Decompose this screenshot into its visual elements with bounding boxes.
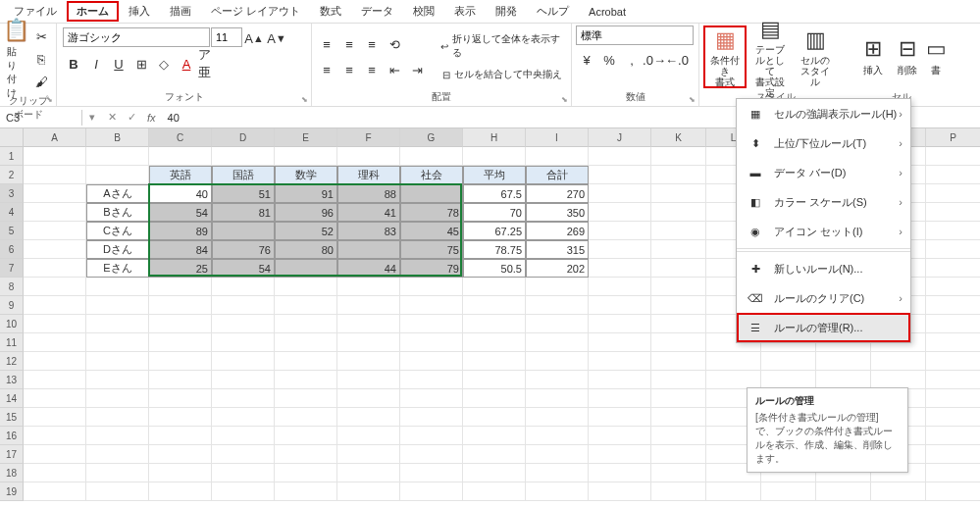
cell-H19[interactable] xyxy=(463,482,526,501)
cell-P6[interactable] xyxy=(926,240,980,259)
cell-N19[interactable] xyxy=(816,482,871,501)
cell-K17[interactable] xyxy=(651,445,706,464)
menu-データ[interactable]: データ xyxy=(351,1,403,22)
dd-item-iconset[interactable]: ◉アイコン セット(I)› xyxy=(737,217,910,246)
cell-P14[interactable] xyxy=(926,389,980,408)
bold-button[interactable]: B xyxy=(63,53,84,75)
cell-K12[interactable] xyxy=(651,352,706,371)
cell-J16[interactable] xyxy=(589,427,651,445)
cell-E9[interactable] xyxy=(275,296,337,315)
colhead-D[interactable]: D xyxy=(212,128,275,147)
cell-K9[interactable] xyxy=(651,296,706,315)
cell-E4[interactable]: 96 xyxy=(275,203,337,222)
grow-font-button[interactable]: A▲ xyxy=(243,27,265,49)
cell-B13[interactable] xyxy=(86,371,149,389)
cell-H5[interactable]: 67.25 xyxy=(463,222,526,240)
merge-center-button[interactable]: ⊟ セルを結合して中央揃え xyxy=(438,66,567,83)
cell-H6[interactable]: 78.75 xyxy=(463,240,526,259)
rowhead-3[interactable]: 3 xyxy=(0,184,24,203)
cell-E6[interactable]: 80 xyxy=(275,240,337,259)
cell-B15[interactable] xyxy=(86,408,149,427)
cell-F10[interactable] xyxy=(337,315,400,333)
rowhead-10[interactable]: 10 xyxy=(0,315,24,333)
cell-H1[interactable] xyxy=(463,147,526,166)
cell-I13[interactable] xyxy=(526,371,589,389)
cell-J8[interactable] xyxy=(589,278,651,296)
cell-D10[interactable] xyxy=(212,315,275,333)
cell-F15[interactable] xyxy=(337,408,400,427)
cell-C3[interactable]: 40 xyxy=(149,184,212,203)
conditional-formatting-button[interactable]: ▦ 条件付き 書式 xyxy=(703,25,747,88)
cell-B3[interactable]: Aさん xyxy=(86,184,149,203)
cell-styles-button[interactable]: ▥ セルの スタイル xyxy=(794,25,837,88)
cell-C12[interactable] xyxy=(149,352,212,371)
cell-F14[interactable] xyxy=(337,389,400,408)
cell-P16[interactable] xyxy=(926,427,980,445)
cell-G7[interactable]: 79 xyxy=(400,259,463,278)
cell-F8[interactable] xyxy=(337,278,400,296)
cell-P12[interactable] xyxy=(926,352,980,371)
cell-F17[interactable] xyxy=(337,445,400,464)
cell-K11[interactable] xyxy=(651,333,706,352)
cell-O19[interactable] xyxy=(871,482,926,501)
cell-A16[interactable] xyxy=(24,427,86,445)
cell-A4[interactable] xyxy=(24,203,86,222)
cell-E10[interactable] xyxy=(275,315,337,333)
cell-H13[interactable] xyxy=(463,371,526,389)
rowhead-6[interactable]: 6 xyxy=(0,240,24,259)
cell-D18[interactable] xyxy=(212,464,275,482)
cell-I12[interactable] xyxy=(526,352,589,371)
cell-D12[interactable] xyxy=(212,352,275,371)
cell-D17[interactable] xyxy=(212,445,275,464)
menu-ホーム[interactable]: ホーム xyxy=(67,1,119,22)
shrink-font-button[interactable]: A▼ xyxy=(266,27,287,49)
cell-M19[interactable] xyxy=(761,482,816,501)
cell-B5[interactable]: Cさん xyxy=(86,222,149,240)
cell-C2[interactable]: 英語 xyxy=(149,166,212,184)
cell-N12[interactable] xyxy=(816,352,871,371)
cell-C16[interactable] xyxy=(149,427,212,445)
rowhead-12[interactable]: 12 xyxy=(0,352,24,371)
rowhead-11[interactable]: 11 xyxy=(0,333,24,352)
cell-P1[interactable] xyxy=(926,147,980,166)
cell-P8[interactable] xyxy=(926,278,980,296)
cell-F2[interactable]: 理科 xyxy=(337,166,400,184)
cell-H2[interactable]: 平均 xyxy=(463,166,526,184)
cell-B2[interactable] xyxy=(86,166,149,184)
cell-K10[interactable] xyxy=(651,315,706,333)
cell-I9[interactable] xyxy=(526,296,589,315)
cell-P9[interactable] xyxy=(926,296,980,315)
cell-L19[interactable] xyxy=(706,482,761,501)
cell-G10[interactable] xyxy=(400,315,463,333)
colhead-K[interactable]: K xyxy=(651,128,706,147)
menu-Acrobat[interactable]: Acrobat xyxy=(579,3,636,21)
cell-B18[interactable] xyxy=(86,464,149,482)
align-center-button[interactable]: ≡ xyxy=(338,59,360,80)
cell-G9[interactable] xyxy=(400,296,463,315)
menu-数式[interactable]: 数式 xyxy=(310,1,351,22)
cell-F7[interactable]: 44 xyxy=(337,259,400,278)
cell-I19[interactable] xyxy=(526,482,589,501)
rowhead-14[interactable]: 14 xyxy=(0,389,24,408)
cell-J13[interactable] xyxy=(589,371,651,389)
rowhead-9[interactable]: 9 xyxy=(0,296,24,315)
cell-J14[interactable] xyxy=(589,389,651,408)
cell-B9[interactable] xyxy=(86,296,149,315)
indent-inc-button[interactable]: ⇥ xyxy=(406,59,428,80)
dd-item-clear[interactable]: ⌫ルールのクリア(C)› xyxy=(737,283,910,313)
cell-C10[interactable] xyxy=(149,315,212,333)
expand-icon[interactable]: ⬊ xyxy=(301,95,308,104)
menu-開発[interactable]: 開発 xyxy=(486,1,527,22)
cell-P13[interactable] xyxy=(926,371,980,389)
colhead-J[interactable]: J xyxy=(589,128,651,147)
cell-E2[interactable]: 数学 xyxy=(275,166,337,184)
colhead-F[interactable]: F xyxy=(337,128,400,147)
cell-H16[interactable] xyxy=(463,427,526,445)
cell-G13[interactable] xyxy=(400,371,463,389)
cell-H9[interactable] xyxy=(463,296,526,315)
cell-I18[interactable] xyxy=(526,464,589,482)
cell-O12[interactable] xyxy=(871,352,926,371)
rowhead-7[interactable]: 7 xyxy=(0,259,24,278)
cell-E13[interactable] xyxy=(275,371,337,389)
cell-L12[interactable] xyxy=(706,352,761,371)
